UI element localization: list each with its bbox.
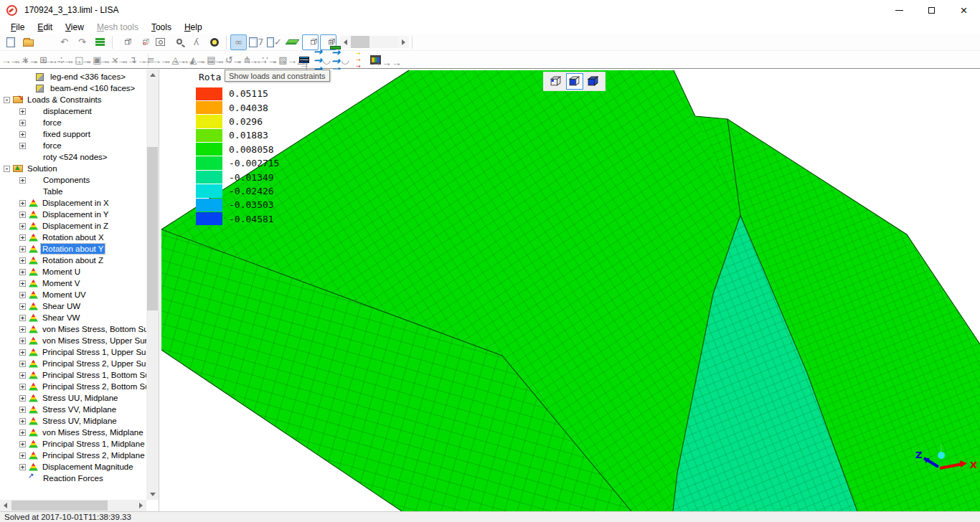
save-file-button[interactable] bbox=[38, 34, 55, 50]
tree-item[interactable]: + Displacement in X bbox=[0, 197, 146, 209]
redo-button[interactable]: ↷ bbox=[74, 34, 90, 50]
show-values-button[interactable]: ✓ bbox=[266, 34, 283, 50]
tree-expander[interactable]: + bbox=[19, 407, 26, 413]
scroll-right-arrow[interactable] bbox=[136, 500, 146, 511]
tree-expander[interactable]: + bbox=[19, 441, 26, 447]
tree-expander[interactable]: + bbox=[19, 120, 26, 126]
tree-item[interactable]: + Components bbox=[0, 174, 146, 186]
tree-expander[interactable]: + bbox=[19, 257, 26, 264]
tree-vertical-scrollbar[interactable] bbox=[146, 70, 159, 500]
element-quality-button[interactable]: →→→ △ bbox=[278, 52, 294, 68]
tree-expander[interactable]: + bbox=[19, 292, 26, 298]
tree-item[interactable]: + von Mises Stress, Upper Surf bbox=[0, 335, 146, 346]
view[interactable]: View bbox=[59, 22, 90, 33]
tree-expander[interactable]: - bbox=[4, 97, 10, 103]
tree-expander[interactable]: + bbox=[19, 234, 26, 241]
tree-expander[interactable]: + bbox=[19, 395, 26, 402]
tree-expander[interactable]: + bbox=[19, 464, 26, 470]
load-scale-button[interactable]: →→→ bbox=[349, 52, 366, 68]
tree-expander[interactable]: + bbox=[19, 246, 26, 252]
tree-item[interactable]: + Rotation about X bbox=[0, 232, 146, 243]
tree-item[interactable]: + Principal Stress 1, Bottom Sur bbox=[0, 369, 146, 381]
scroll-up-arrow[interactable] bbox=[146, 70, 159, 80]
help[interactable]: Help bbox=[178, 22, 209, 33]
view-hidden-line-button[interactable] bbox=[566, 73, 583, 90]
tree-item[interactable]: + Rotation about Z bbox=[0, 255, 146, 266]
tree-expander[interactable]: + bbox=[19, 177, 26, 184]
undo-button[interactable]: ↶ bbox=[56, 34, 72, 50]
scroll-left-arrow[interactable] bbox=[0, 500, 11, 511]
restore-button[interactable] bbox=[915, 0, 948, 20]
minimize-button[interactable] bbox=[883, 0, 915, 20]
tree-item[interactable]: + von Mises Stress, Midplane bbox=[0, 427, 146, 438]
tree-expander[interactable]: + bbox=[19, 338, 26, 344]
tree-expander[interactable]: + bbox=[19, 200, 26, 207]
tree-expander[interactable]: + bbox=[19, 349, 26, 356]
edit[interactable]: Edit bbox=[31, 22, 59, 33]
tree-item[interactable]: + Principal Stress 2, Bottom Sur bbox=[0, 381, 146, 392]
tree-item[interactable]: + Stress UV, Midplane bbox=[0, 415, 146, 427]
tree-expander[interactable]: + bbox=[19, 223, 26, 229]
tree-item[interactable]: + Rotation about Y bbox=[0, 243, 146, 255]
zoom-element-button[interactable] bbox=[134, 34, 151, 50]
tree-item[interactable]: + von Mises Stress, Bottom Sur bbox=[0, 323, 146, 335]
tree-item[interactable]: + Principal Stress 1, Midplane bbox=[0, 438, 146, 450]
file[interactable]: File bbox=[4, 22, 31, 33]
tree-expander[interactable]: + bbox=[19, 212, 26, 218]
tree-item[interactable]: Table bbox=[0, 186, 146, 197]
tree-expander[interactable]: + bbox=[19, 108, 26, 115]
tree-expander[interactable]: + bbox=[19, 372, 26, 379]
tree-item[interactable]: + Moment V bbox=[0, 277, 146, 289]
tree-item[interactable]: + Shear UW bbox=[0, 300, 146, 312]
tree-item[interactable]: + Displacement in Z bbox=[0, 220, 146, 232]
tree-expander[interactable]: + bbox=[19, 303, 26, 310]
tree-item[interactable]: Reaction Forces bbox=[0, 473, 146, 484]
tree-expander[interactable]: + bbox=[19, 384, 26, 390]
show-3d-glasses-button[interactable]: ∞ bbox=[230, 34, 247, 50]
step-right-arrow[interactable] bbox=[398, 36, 409, 48]
show-node-numbers-button[interactable]: 7 bbox=[248, 34, 265, 50]
tree-item[interactable]: + force bbox=[0, 140, 146, 151]
fit-view-button[interactable] bbox=[116, 34, 133, 50]
step-thumb[interactable] bbox=[351, 36, 369, 48]
tree-expander[interactable]: + bbox=[19, 280, 26, 287]
step-left-arrow[interactable] bbox=[340, 36, 351, 48]
show-loads-constraints-button[interactable]: →→→ bbox=[296, 52, 312, 68]
walkthrough-button[interactable]: ʎ bbox=[188, 34, 204, 50]
deformed-view-button[interactable]: →→→ ◡ bbox=[314, 52, 330, 68]
close-button[interactable]: × bbox=[948, 0, 980, 20]
tree-item[interactable]: + Displacement Magnitude bbox=[0, 461, 146, 473]
tree-item[interactable]: - Solution bbox=[0, 163, 146, 174]
tree-item[interactable]: + Principal Stress 1, Upper Surf bbox=[0, 346, 146, 358]
tree-item[interactable]: + Stress VV, Midplane bbox=[0, 404, 146, 415]
spotlight-button[interactable] bbox=[206, 34, 222, 50]
tree-item[interactable]: + Principal Stress 2, Midplane bbox=[0, 450, 146, 461]
view-wireframe-button[interactable] bbox=[547, 73, 565, 90]
show-shell-button[interactable] bbox=[284, 34, 301, 50]
tree-item[interactable]: roty <524 nodes> bbox=[0, 151, 146, 163]
tree-item[interactable]: + Principal Stress 2, Upper Surf bbox=[0, 358, 146, 369]
tree-item[interactable]: + displacement bbox=[0, 105, 146, 117]
tree-item[interactable]: beam-end <160 faces> bbox=[0, 82, 146, 94]
tree-expander[interactable]: + bbox=[19, 131, 26, 138]
tree-item[interactable]: + force bbox=[0, 117, 146, 128]
scroll-thumb[interactable] bbox=[147, 147, 158, 310]
tree-item[interactable]: + fixed support bbox=[0, 128, 146, 140]
tree-expander[interactable]: + bbox=[19, 418, 26, 424]
scroll-down-arrow[interactable] bbox=[146, 489, 159, 500]
tree-expander[interactable]: + bbox=[19, 361, 26, 367]
tools[interactable]: Tools bbox=[145, 22, 178, 33]
tree-expander[interactable]: + bbox=[19, 326, 26, 333]
tree-expander[interactable]: + bbox=[19, 269, 26, 275]
view-solid-button[interactable] bbox=[585, 73, 602, 90]
animate-button[interactable]: →→→ bbox=[367, 52, 384, 68]
scroll-thumb[interactable] bbox=[11, 500, 108, 511]
tree-expander[interactable]: + bbox=[19, 452, 26, 459]
deformed-undeformed-button[interactable]: →→→ ◡ bbox=[331, 52, 348, 68]
tree-horizontal-scrollbar[interactable] bbox=[0, 500, 146, 511]
tree-expander[interactable]: + bbox=[19, 315, 26, 321]
tree-item[interactable]: leg-end <336 faces> bbox=[0, 71, 146, 82]
tree-item[interactable]: + Moment U bbox=[0, 266, 146, 277]
tree-item[interactable]: + Stress UU, Midplane bbox=[0, 392, 146, 404]
new-file-button[interactable] bbox=[2, 34, 19, 50]
